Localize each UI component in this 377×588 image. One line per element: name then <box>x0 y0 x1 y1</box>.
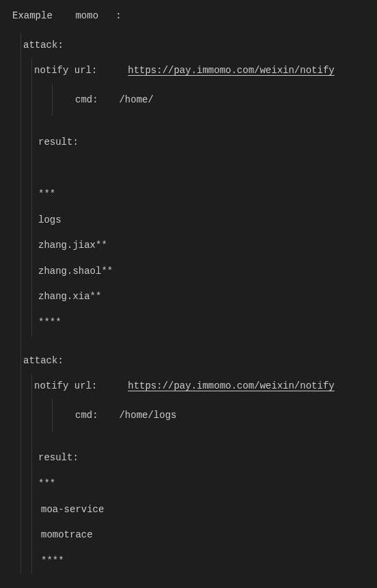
result-text: moa-service <box>41 504 104 515</box>
result-text: *** <box>38 188 55 199</box>
notify-row: notify url: https://pay.immomo.com/weixi… <box>0 58 377 84</box>
cmd-value: /home/ <box>119 94 153 105</box>
cmd-value: /home/logs <box>119 410 176 421</box>
result-line: zhang.shaol** <box>0 259 377 285</box>
cmd-label: cmd: <box>75 410 98 421</box>
result-text: **** <box>38 317 61 328</box>
result-label: result: <box>38 452 79 463</box>
attack-label: attack: <box>0 348 377 374</box>
result-line: zhang.jiax** <box>0 233 377 259</box>
result-text: *** <box>38 478 55 489</box>
notify-url-link[interactable]: https://pay.immomo.com/weixin/notify <box>128 65 334 76</box>
notify-label: notify url: <box>34 65 97 76</box>
result-line: moa-service <box>0 497 377 523</box>
result-line: logs <box>0 208 377 234</box>
notify-label: notify url: <box>34 380 97 391</box>
result-line: zhang.xia** <box>0 284 377 310</box>
attack-block-1: attack: notify url: https://pay.immomo.c… <box>0 33 377 574</box>
result-label: result: <box>38 137 79 148</box>
example-title: Example momo : <box>0 0 377 33</box>
result-line: *** <box>0 182 377 208</box>
result-text: zhang.jiax** <box>38 240 107 251</box>
result-line: momotrace <box>0 522 377 548</box>
notify-url-link[interactable]: https://pay.immomo.com/weixin/notify <box>128 380 334 391</box>
attack-label-text: attack: <box>23 355 64 366</box>
result-text: zhang.shaol** <box>38 266 113 277</box>
attack-label-text: attack: <box>23 40 64 51</box>
result-text: momotrace <box>41 529 93 540</box>
result-text: zhang.xia** <box>38 291 101 302</box>
result-label-row: result: <box>0 445 377 471</box>
notify-row: notify url: https://pay.immomo.com/weixi… <box>0 374 377 400</box>
result-line: **** <box>0 548 377 574</box>
result-line: **** <box>0 310 377 336</box>
cmd-row: cmd: /home/ <box>0 84 377 117</box>
title-name: momo <box>75 10 98 21</box>
cmd-label: cmd: <box>75 94 98 105</box>
result-line: *** <box>0 471 377 497</box>
title-prefix: Example <box>12 10 53 21</box>
cmd-row: cmd: /home/logs <box>0 400 377 432</box>
attack-label: attack: <box>0 33 377 59</box>
result-label-row: result: <box>0 130 377 156</box>
result-text: **** <box>41 555 64 566</box>
title-suffix: : <box>115 10 121 21</box>
result-text: logs <box>38 214 61 225</box>
